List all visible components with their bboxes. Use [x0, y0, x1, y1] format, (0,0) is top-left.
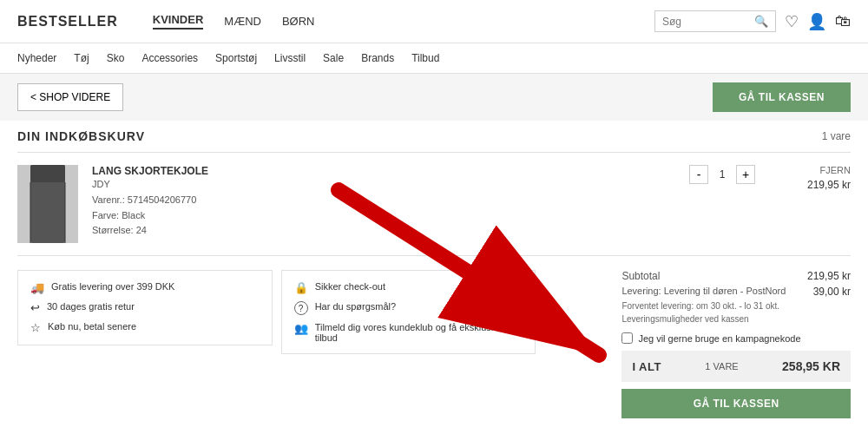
logo: BESTSELLER	[17, 14, 118, 30]
return-text: 30 dages gratis retur	[47, 301, 135, 312]
nav-born[interactable]: BØRN	[282, 15, 315, 28]
total-amount: 258,95 KR	[782, 359, 840, 373]
header: BESTSELLER KVINDER MÆND BØRN 🔍 ♡ 👤 🛍	[0, 0, 868, 43]
nav-maend[interactable]: MÆND	[224, 15, 261, 28]
promo-checkbox[interactable]	[621, 332, 633, 344]
delivery-value: 39,00 kr	[813, 286, 851, 298]
product-image-svg	[22, 165, 74, 243]
sub-nav-livsstil[interactable]: Livsstil	[274, 52, 306, 64]
nav-kvinder[interactable]: KVINDER	[153, 13, 204, 30]
item-varenr: Varenr.: 5714504206770	[92, 193, 663, 208]
sub-nav-nyheder[interactable]: Nyheder	[17, 52, 56, 64]
header-icons: 🔍 ♡ 👤 🛍	[654, 10, 851, 32]
subtotal-label: Subtotal	[621, 270, 660, 282]
sub-nav: Nyheder Tøj Sko Accessories Sportstøj Li…	[0, 43, 868, 74]
search-input[interactable]	[662, 16, 754, 28]
sub-nav-tilbud[interactable]: Tilbud	[411, 52, 439, 64]
features-col2: 🔒 Sikker check-out ? Har du spørgsmål? 👥…	[281, 270, 536, 354]
cart-count: 1 vare	[822, 130, 851, 142]
pay-icon: ☆	[30, 321, 41, 334]
item-name: LANG SKJORTEKJOLE	[92, 165, 663, 177]
qty-value: 1	[715, 168, 729, 181]
sub-nav-toj[interactable]: Tøj	[74, 52, 89, 64]
summary-subtotal-row: Subtotal 219,95 kr	[621, 270, 851, 282]
sub-nav-sko[interactable]: Sko	[107, 52, 125, 64]
cart-icon[interactable]: 🛍	[835, 12, 851, 30]
feature-item-pay: ☆ Køb nu, betal senere	[30, 321, 260, 334]
secure-text: Sikker check-out	[315, 281, 385, 292]
item-price-right: FJERN 219,95 kr	[781, 165, 851, 191]
pay-text: Køb nu, betal senere	[48, 321, 136, 332]
top-checkout-button[interactable]: GÅ TIL KASSEN	[713, 82, 851, 112]
summary-delivery-row: Levering: Levering til døren - PostNord …	[621, 286, 851, 298]
delivery-icon: 🚚	[30, 281, 44, 294]
search-icon: 🔍	[754, 15, 768, 28]
order-summary: Subtotal 219,95 kr Levering: Levering ti…	[621, 270, 851, 418]
account-icon[interactable]: 👤	[807, 12, 826, 31]
wishlist-icon[interactable]: ♡	[785, 12, 799, 31]
feature-item-help: ? Har du spørgsmål?	[294, 301, 523, 315]
summary-checkout-button[interactable]: GÅ TIL KASSEN	[621, 389, 851, 418]
item-price: 219,95 kr	[807, 179, 851, 191]
feature-item-delivery: 🚚 Gratis levering over 399 DKK	[30, 281, 260, 294]
help-icon: ?	[294, 301, 308, 315]
cart-title: DIN INDKØBSKURV	[17, 129, 145, 143]
secure-icon: 🔒	[294, 281, 308, 294]
sub-nav-accessories[interactable]: Accessories	[141, 52, 198, 64]
sub-nav-sale[interactable]: Sale	[323, 52, 344, 64]
total-label: I ALT	[632, 360, 661, 373]
feature-item-club: 👥 Tilmeld dig vores kundeklub og få eksk…	[294, 322, 523, 343]
qty-decrease-button[interactable]: -	[689, 165, 708, 184]
item-farve: Farve: Black	[92, 208, 663, 224]
help-text: Har du spørgsmål?	[315, 301, 397, 312]
cart-item-details: LANG SKJORTEKJOLE JDY Varenr.: 571450420…	[92, 165, 663, 239]
features-col1: 🚚 Gratis levering over 399 DKK ↩ 30 dage…	[17, 270, 273, 345]
svg-rect-3	[30, 165, 65, 182]
cart-title-row: DIN INDKØBSKURV 1 vare	[17, 121, 851, 152]
cart-item-qty: - 1 +	[689, 165, 755, 184]
features-summary-row: 🚚 Gratis levering over 399 DKK ↩ 30 dage…	[17, 255, 851, 432]
delivery-label: Levering: Levering til døren - PostNord	[621, 286, 786, 298]
cart-section: DIN INDKØBSKURV 1 vare LANG SKJORTEKJOLE…	[0, 121, 868, 432]
subtotal-value: 219,95 kr	[807, 270, 851, 282]
promo-label[interactable]: Jeg vil gerne bruge en kampagnekode	[638, 333, 800, 344]
item-storrelse: Størrelse: 24	[92, 223, 663, 239]
club-text: Tilmeld dig vores kundeklub og få eksklu…	[315, 322, 523, 343]
total-count: 1 VARE	[705, 361, 738, 372]
feature-item-secure: 🔒 Sikker check-out	[294, 281, 523, 294]
sub-nav-sportstoj[interactable]: Sportstøj	[215, 52, 257, 64]
cart-item: LANG SKJORTEKJOLE JDY Varenr.: 571450420…	[17, 152, 851, 255]
main-content: DIN INDKØBSKURV 1 vare LANG SKJORTEKJOLE…	[0, 121, 868, 432]
sub-nav-brands[interactable]: Brands	[361, 52, 394, 64]
item-brand: JDY	[92, 179, 663, 189]
qty-increase-button[interactable]: +	[736, 165, 755, 184]
total-bar: I ALT 1 VARE 258,95 KR	[621, 351, 851, 382]
delivery-info: Forventet levering: om 30 okt. - lo 31 o…	[621, 299, 851, 326]
top-toolbar: < SHOP VIDERE GÅ TIL KASSEN	[0, 74, 868, 121]
main-nav: KVINDER MÆND BØRN	[153, 13, 654, 30]
club-icon: 👥	[294, 322, 308, 335]
return-icon: ↩	[30, 301, 40, 314]
item-remove-button[interactable]: FJERN	[820, 165, 851, 175]
top-shop-videre-button[interactable]: < SHOP VIDERE	[17, 83, 123, 111]
search-box[interactable]: 🔍	[654, 10, 776, 32]
cart-item-image	[17, 165, 78, 243]
promo-row: Jeg vil gerne bruge en kampagnekode	[621, 332, 851, 344]
feature-item-return: ↩ 30 dages gratis retur	[30, 301, 260, 314]
delivery-text: Gratis levering over 399 DKK	[51, 281, 174, 292]
